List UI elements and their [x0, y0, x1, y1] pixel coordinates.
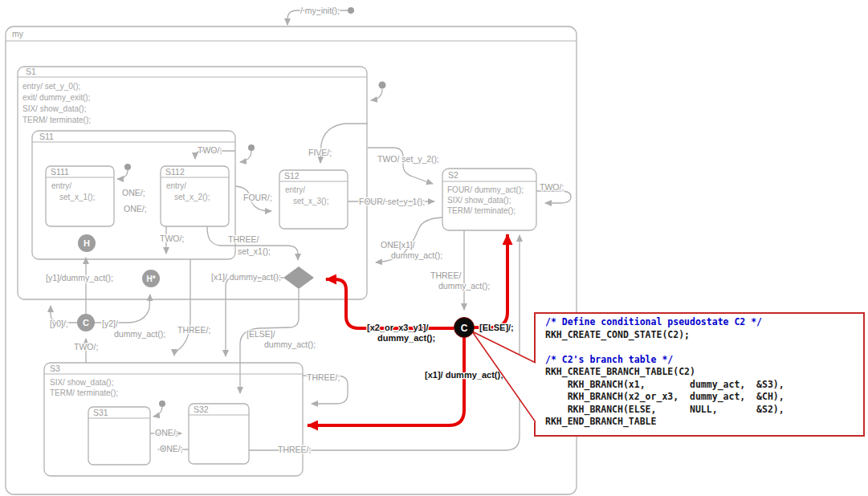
label-c2-x2-guard-2: dummy_act();	[377, 333, 435, 343]
initial-dot-s1	[379, 82, 386, 89]
state-s3-title: S3	[50, 364, 60, 373]
label-c2-else-guard: [ELSE]/;	[479, 323, 514, 332]
history-pseudostate-label: H	[84, 238, 90, 248]
label-s3-two: TWO/;	[74, 342, 98, 352]
label-four-sety1: FOUR/ set_y_1();	[359, 197, 425, 206]
state-s1-exit-action: exit/ dummy_exit();	[22, 93, 90, 102]
initial-dot-s11	[248, 144, 255, 151]
state-s2-internal-six: SIX/ show_data();	[447, 196, 511, 205]
label-s112-one: ONE/;	[124, 204, 147, 213]
state-s1-entry-action: entry/ set_y_0();	[22, 82, 80, 91]
initial-dot-s31	[159, 400, 165, 407]
choice1-pseudostate-label: C	[83, 318, 89, 327]
label-s11-two: TWO/;	[198, 145, 222, 155]
label-choice-else-2: dummy_act();	[264, 339, 316, 349]
state-s11-title: S11	[39, 132, 54, 141]
label-c2-x1-guard: [x1]/ dummy_act();	[425, 370, 503, 380]
label-three-setx1-1: THREE/	[228, 234, 259, 244]
label-s3-three-self: THREE/;	[307, 372, 340, 382]
label-three-dummy-1: THREE/	[430, 270, 462, 280]
state-s111-entry: entry/	[51, 181, 71, 190]
code-line-5: RKH_CREATE_BRANCH_TABLE(C2)	[545, 366, 695, 378]
state-s112-entry-action: set_x_2();	[174, 193, 210, 201]
label-one-x1-2: dummy_act();	[391, 250, 442, 260]
code-line-9: RKH_END_BRANCH_TABLE	[545, 416, 657, 428]
state-s2-internal-term: TERM/ terminate();	[447, 206, 516, 215]
state-s12-entry-action: set_x_3();	[293, 197, 328, 205]
code-line-4: /* C2's branch table */	[545, 354, 673, 365]
state-s1-title: S1	[26, 67, 36, 76]
c2-conditional-pseudostate-label: C	[461, 323, 468, 334]
state-s2-title: S2	[448, 170, 458, 180]
state-s112-entry: entry/	[166, 181, 186, 190]
state-s111-title: S111	[51, 167, 69, 177]
label-choice-else-1: [ELSE]/	[247, 329, 275, 339]
label-s31-one: ONE/;	[155, 428, 178, 437]
statechart-canvas: my S1 entry/ set_y_0(); exit/ dummy_exit…	[0, 0, 868, 496]
label-y2-2: dummy_act();	[114, 329, 165, 339]
label-s11-four: FOUR/;	[243, 193, 272, 202]
state-s1-internal-six: SIX/ show_data();	[22, 104, 86, 113]
label-three-dummy-2: dummy_act();	[438, 281, 490, 291]
label-s111-one: ONE/;	[122, 188, 145, 197]
label-y0: [y0]/;	[50, 319, 68, 328]
state-my-title: my	[12, 29, 24, 39]
code-line-1: /* Define conditional pseudostate C2 */	[545, 316, 762, 327]
deep-history-pseudostate-label: H*	[146, 274, 155, 283]
label-five: FIVE/;	[308, 148, 332, 157]
state-s12-title: S12	[284, 171, 300, 181]
label-c2-x2-guard-1: [x2_or_x3_y1]/	[367, 323, 428, 332]
state-s32-title: S32	[194, 405, 209, 414]
state-s3-internal-term: TERM/ terminate();	[50, 388, 118, 397]
label-two-sety2: TWO/ set_y_2();	[377, 154, 439, 164]
state-s111-entry-action: set_x_1();	[59, 193, 95, 201]
label-three-setx1-2: set_x1();	[238, 246, 271, 256]
code-line-8: RKH_BRANCH(ELSE, NULL, &S2),	[545, 404, 784, 416]
label-one-x1-1: ONE[x1]/	[381, 240, 415, 250]
code-line-7: RKH_BRANCH(x2_or_x3, dummy_act, &CH),	[545, 391, 784, 403]
initial-dot-s111	[124, 164, 131, 170]
state-s112-title: S112	[165, 167, 185, 177]
code-line-2: RKH_CREATE_COND_STATE(C2);	[545, 329, 690, 341]
label-choice-x1: [x1]/ dummy_act();	[211, 272, 281, 282]
state-s31-title: S31	[93, 408, 108, 417]
label-s112-two: TWO/;	[160, 234, 184, 243]
state-s2-internal-four: FOUR/ dummy_act();	[447, 185, 524, 194]
initial-dot-my	[348, 7, 354, 14]
label-s32-one: ONE/;	[160, 444, 183, 453]
label-s2-two: TWO/;	[540, 182, 564, 192]
label-s32-three: THREE/;	[278, 445, 311, 454]
state-s1-internal-term: TERM/ terminate();	[22, 116, 91, 124]
label-s11-three: THREE/;	[177, 325, 210, 335]
label-y1: [y1]/dummy_act();	[46, 273, 113, 283]
code-line-6: RKH_BRANCH(x1, dummy_act, &S3),	[545, 379, 784, 391]
label-y2-1: [y2]/	[102, 319, 118, 328]
state-s3-internal-six: SIX/ show_data();	[50, 378, 113, 387]
state-s12-entry: entry/	[285, 185, 305, 194]
label-my-init: / my_init();	[300, 6, 340, 15]
